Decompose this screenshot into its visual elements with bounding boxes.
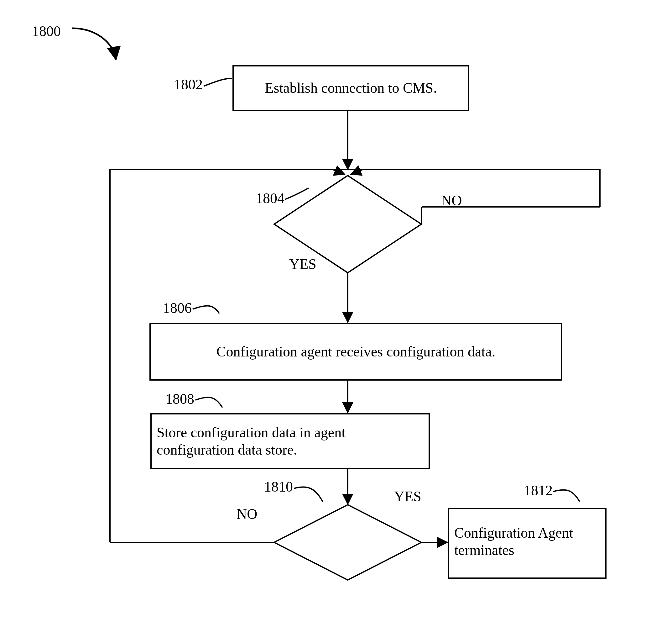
ref-1810-hook <box>294 487 323 502</box>
ref-1808-hook <box>195 397 222 408</box>
step-1808-ref: 1808 <box>165 391 194 407</box>
svg-line-4 <box>332 169 345 174</box>
decision-1804-no: NO <box>441 193 462 209</box>
step-1808: Store configuration data in agent config… <box>150 413 430 469</box>
ref-1806-hook <box>193 306 219 313</box>
decision-1810-yes: YES <box>394 489 421 505</box>
step-1806-text: Configuration agent receives configurati… <box>217 343 495 360</box>
decision-1810-no: NO <box>236 506 257 522</box>
decision-1810-ref: 1810 <box>264 479 293 495</box>
step-1812: Configuration Agent terminates <box>448 508 606 579</box>
decision-1804-ref: 1804 <box>256 191 285 207</box>
step-1802: Establish connection to CMS. <box>232 65 469 111</box>
step-1808-text: Store configuration data in agent config… <box>157 424 423 458</box>
step-1806-ref: 1806 <box>163 300 192 316</box>
flowchart: 1800 Establish connection to CMS. 1802 C… <box>0 0 672 622</box>
figure-ref-arrow <box>72 28 116 60</box>
svg-line-5 <box>351 169 364 174</box>
step-1812-ref: 1812 <box>524 483 553 499</box>
ref-1804-hook <box>285 188 308 199</box>
decision-1804-yes: YES <box>289 256 316 272</box>
decision-1810-shape <box>274 505 421 580</box>
step-1802-ref: 1802 <box>174 77 203 93</box>
ref-1802-hook <box>203 78 232 86</box>
step-1802-text: Establish connection to CMS. <box>265 79 437 97</box>
step-1806: Configuration agent receives configurati… <box>149 323 562 381</box>
figure-ref-label: 1800 <box>32 24 61 39</box>
ref-1812-hook <box>553 490 580 502</box>
step-1812-text: Configuration Agent terminates <box>454 524 600 559</box>
decision-1804-text: Configuration data? <box>295 206 402 241</box>
decision-1810-text: Disable? <box>306 533 387 551</box>
